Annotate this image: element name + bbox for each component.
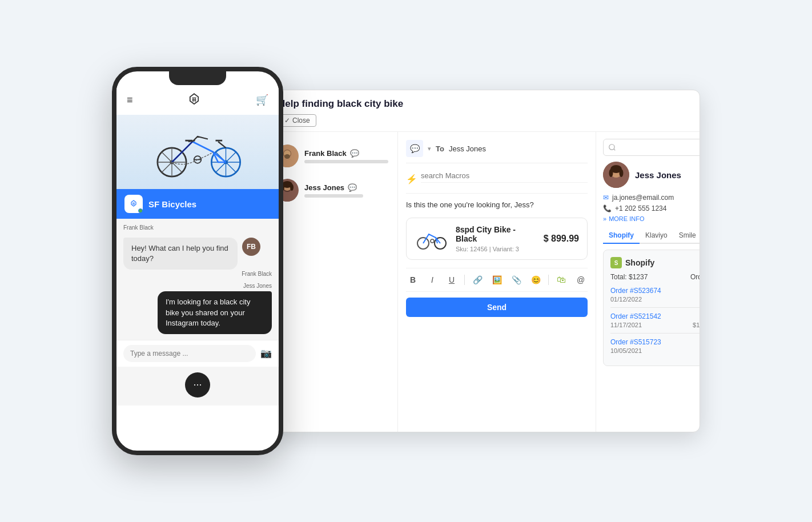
more-info-label: MORE INFO bbox=[609, 215, 644, 222]
link-button[interactable]: 🔗 bbox=[471, 273, 484, 287]
conversation-item-jess[interactable]: Jess Jones 💬 bbox=[267, 173, 397, 207]
shopify-header: S Shopify bbox=[610, 257, 700, 268]
bold-button[interactable]: B bbox=[406, 273, 420, 287]
phone: ≡ 🛒 bbox=[112, 67, 283, 455]
image-button[interactable]: 🖼️ bbox=[490, 273, 504, 287]
tab-smile[interactable]: Smile bbox=[673, 228, 700, 244]
frank-name: Frank Black bbox=[304, 149, 347, 158]
conversation-item-frank[interactable]: Frank Black 💬 bbox=[267, 139, 397, 173]
order-date-3: 10/05/2021 bbox=[610, 347, 642, 354]
chat-bubble-button[interactable]: ··· bbox=[185, 372, 210, 397]
phone-screen: ≡ 🛒 bbox=[116, 85, 279, 405]
formatting-toolbar: B I U 🔗 🖼️ 📎 😊 🛍 @ bbox=[406, 268, 588, 292]
toolbar-divider2 bbox=[548, 275, 549, 285]
order-link-3[interactable]: Order #S515723 bbox=[610, 338, 700, 346]
order-link-1[interactable]: Order #S523674 bbox=[610, 287, 700, 295]
product-name: 8spd City Bike - Black bbox=[456, 225, 537, 243]
camera-icon[interactable]: 📷 bbox=[260, 348, 272, 359]
svg-point-24 bbox=[284, 154, 290, 159]
compose-to-row: 💬 ▾ To Jess Jones bbox=[406, 140, 588, 163]
order-amount-1: $30.00 bbox=[700, 296, 700, 303]
cart-icon[interactable]: 🛒 bbox=[256, 94, 268, 106]
product-card: 8spd City Bike - Black Sku: 12456 | Vari… bbox=[406, 218, 588, 260]
shopify-stats: Total: $1237 Orders: 3 bbox=[610, 273, 700, 281]
email-icon: ✉ bbox=[603, 194, 609, 202]
compose-body-text: Is this the one you're looking for, Jess… bbox=[406, 199, 588, 211]
italic-button[interactable]: I bbox=[425, 273, 439, 287]
shopify-icon: S bbox=[610, 257, 622, 268]
svg-point-31 bbox=[290, 184, 294, 191]
to-label: To bbox=[436, 144, 444, 153]
compose-channel-icon: 💬 bbox=[406, 140, 423, 157]
jess-message-preview bbox=[304, 194, 363, 198]
order-link-2[interactable]: Order #S521542 bbox=[610, 312, 700, 320]
product-meta: Sku: 12456 | Variant: 3 bbox=[456, 246, 537, 252]
contact-info: ✉ ja.jones@email.com 📞 +1 202 555 1234 »… bbox=[603, 194, 700, 222]
order-item-3: Order #S515723 10/05/2021 $87.50 bbox=[610, 338, 700, 359]
macro-search-input[interactable] bbox=[421, 169, 588, 183]
phone-row: 📞 +1 202 555 1234 bbox=[603, 204, 700, 212]
order-meta-3: 10/05/2021 $87.50 bbox=[610, 347, 700, 354]
chat-messages: Frank Black Hey! What can I help you fin… bbox=[116, 219, 279, 340]
agent-message-bubble: Hey! What can I help you find today? bbox=[123, 238, 238, 270]
desktop-panel: Help finding black city bike ✓ Close bbox=[266, 90, 700, 432]
svg-point-39 bbox=[609, 169, 613, 177]
agent-message-content-row: Hey! What can I help you find today? FB bbox=[123, 238, 272, 270]
phone-bottom-area: ··· bbox=[116, 367, 279, 405]
underline-button[interactable]: U bbox=[445, 273, 459, 287]
sidebar-search-input[interactable] bbox=[603, 139, 700, 156]
order-meta-2: 11/17/2021 $1120.00 bbox=[610, 322, 700, 328]
send-button[interactable]: Send bbox=[406, 298, 588, 317]
phone-topbar: ≡ 🛒 bbox=[116, 85, 279, 115]
desktop-header: Help finding black city bike ✓ Close bbox=[267, 90, 700, 132]
order-meta-1: 01/12/2022 $30.00 bbox=[610, 296, 700, 303]
shopify-button[interactable]: 🛍 bbox=[554, 273, 568, 287]
customer-profile: Jess Jones bbox=[603, 162, 700, 188]
shopify-total: Total: $1237 bbox=[610, 273, 648, 281]
order-date-1: 01/12/2022 bbox=[610, 296, 642, 303]
order-date-2: 11/17/2021 bbox=[610, 322, 642, 328]
customer-message-bubble: I'm looking for a black city bike you sh… bbox=[158, 291, 272, 334]
conversation-title: Help finding black city bike bbox=[278, 98, 688, 110]
shopify-title: Shopify bbox=[625, 258, 654, 267]
message-icon2: 💬 bbox=[348, 183, 357, 192]
order-amount-3: $87.50 bbox=[700, 347, 700, 354]
order-amount-2: $1120.00 bbox=[693, 322, 700, 328]
agent-sender-name: Frank Black bbox=[123, 224, 154, 231]
sidebar-tabs: Shopify Klaviyo Smile bbox=[603, 228, 700, 244]
compose-dropdown-trigger[interactable]: ▾ bbox=[428, 145, 431, 152]
agent-label: Frank Black bbox=[123, 271, 272, 277]
product-price: $ 899.99 bbox=[544, 234, 579, 244]
message-icon: 💬 bbox=[350, 149, 359, 158]
customer-phone: +1 202 555 1234 bbox=[615, 204, 666, 212]
emoji-button[interactable]: 😊 bbox=[529, 273, 542, 287]
online-indicator bbox=[138, 208, 143, 213]
chat-header: SF Bicycles bbox=[116, 189, 279, 219]
customer-message-group: Jess Jones I'm looking for a black city … bbox=[123, 283, 272, 334]
shopify-panel: S Shopify Total: $1237 Orders: 3 Order #… bbox=[603, 250, 700, 366]
more-info-button[interactable]: » MORE INFO bbox=[603, 215, 700, 222]
desktop-body: Frank Black 💬 bbox=[267, 132, 700, 432]
chat-header-logo bbox=[124, 195, 143, 213]
brand-logo-icon bbox=[184, 90, 204, 110]
tab-shopify[interactable]: Shopify bbox=[603, 228, 640, 244]
customer-name: Jess Jones bbox=[635, 170, 681, 180]
customer-sender-name: Jess Jones bbox=[243, 283, 272, 289]
order-item-2: Order #S521542 11/17/2021 $1120.00 bbox=[610, 312, 700, 334]
scene: ≡ 🛒 bbox=[92, 67, 720, 455]
mention-button[interactable]: @ bbox=[574, 273, 588, 287]
chat-header-name: SF Bicycles bbox=[148, 199, 196, 209]
close-button[interactable]: ✓ Close bbox=[278, 114, 316, 127]
tab-klaviyo[interactable]: Klaviyo bbox=[640, 228, 673, 244]
svg-line-13 bbox=[218, 142, 226, 148]
to-name: Jess Jones bbox=[449, 144, 486, 153]
hamburger-icon[interactable]: ≡ bbox=[127, 94, 133, 106]
checkmark-icon: ✓ bbox=[284, 117, 290, 125]
shopify-orders-count: Orders: 3 bbox=[690, 273, 700, 281]
attachment-button[interactable]: 📎 bbox=[509, 273, 523, 287]
chat-input[interactable] bbox=[123, 345, 256, 362]
bike-image bbox=[116, 115, 279, 189]
chat-input-area: 📷 bbox=[116, 340, 279, 367]
order-list: Order #S523674 01/12/2022 $30.00 Order #… bbox=[610, 287, 700, 359]
agent-message-row: Frank Black bbox=[123, 224, 272, 232]
